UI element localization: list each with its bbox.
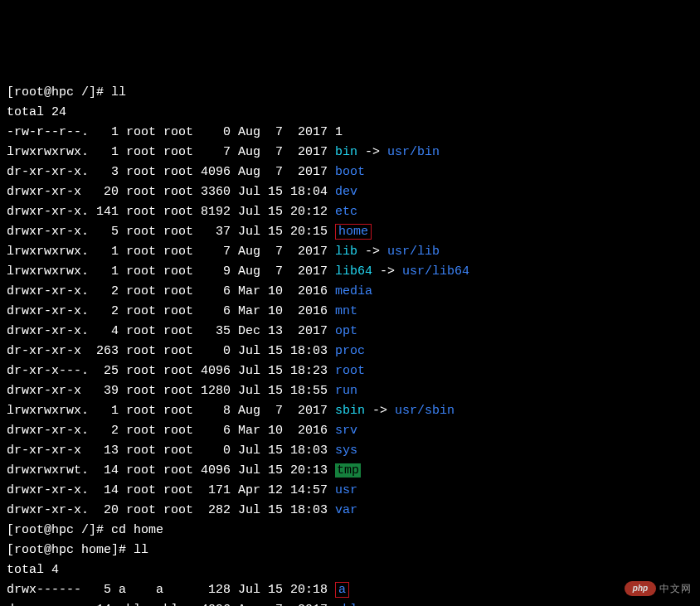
entry-sbin: sbin (335, 404, 365, 418)
watermark-text: 中文网 (659, 582, 692, 596)
listing-row: lrwxrwxrwx. 1 root root 9 Aug 7 2017 lib… (7, 262, 693, 282)
entry-proc: proc (335, 344, 365, 358)
listing-row: drwxr-xr-x. 20 root root 282 Jul 15 18:0… (7, 501, 693, 521)
entry-sys: sys (335, 444, 357, 458)
entry-usr: usr (335, 483, 357, 497)
listing-row: drwx------. 14 ckl ckl 4096 Aug 7 2017 c… (7, 600, 693, 606)
listing-row: dr-xr-xr-x 13 root root 0 Jul 15 18:03 s… (7, 441, 693, 461)
listing-row: drwxr-xr-x. 14 root root 171 Apr 12 14:5… (7, 481, 693, 501)
entry-a: a (335, 582, 349, 598)
entry-bin: bin (335, 145, 357, 159)
listing-row: -rw-r--r--. 1 root root 0 Aug 7 2017 1 (7, 123, 693, 143)
listing-row: drwxr-xr-x. 5 root root 37 Jul 15 20:15 … (7, 222, 693, 242)
total-line: total 24 (7, 103, 693, 123)
php-logo: php (625, 581, 656, 596)
entry-1: 1 (335, 125, 343, 139)
entry-run: run (335, 384, 357, 398)
entry-var: var (335, 503, 357, 517)
listing-row: drwxr-xr-x. 2 root root 6 Mar 10 2016 sr… (7, 421, 693, 441)
listing-row: dr-xr-xr-x 263 root root 0 Jul 15 18:03 … (7, 342, 693, 361)
listing-row: dr-xr-x---. 25 root root 4096 Jul 15 18:… (7, 361, 693, 381)
prompt-line: [root@hpc /]# cd home (7, 521, 693, 541)
listing-row: drwxr-xr-x. 2 root root 6 Mar 10 2016 me… (7, 282, 693, 302)
listing-row: lrwxrwxrwx. 1 root root 8 Aug 7 2017 sbi… (7, 401, 693, 421)
entry-dev: dev (335, 185, 357, 199)
entry-boot: boot (335, 165, 365, 179)
entry-srv: srv (335, 424, 357, 438)
terminal-output[interactable]: [root@hpc /]# lltotal 24-rw-r--r--. 1 ro… (7, 83, 693, 606)
watermark: php 中文网 (625, 581, 692, 596)
entry-opt: opt (335, 324, 357, 338)
listing-row: drwxr-xr-x 20 root root 3360 Jul 15 18:0… (7, 182, 693, 202)
listing-row: drwx------ 5 a a 128 Jul 15 20:18 a (7, 580, 693, 600)
listing-row: drwxr-xr-x. 2 root root 6 Mar 10 2016 mn… (7, 302, 693, 322)
entry-ckl: ckl (335, 603, 357, 606)
listing-row: lrwxrwxrwx. 1 root root 7 Aug 7 2017 lib… (7, 242, 693, 262)
total-line: total 4 (7, 560, 693, 580)
prompt-line: [root@hpc /]# ll (7, 83, 693, 103)
entry-root: root (335, 364, 365, 378)
listing-row: lrwxrwxrwx. 1 root root 7 Aug 7 2017 bin… (7, 143, 693, 162)
entry-lib: lib (335, 245, 357, 259)
listing-row: drwxr-xr-x 39 root root 1280 Jul 15 18:5… (7, 381, 693, 401)
entry-lib64: lib64 (335, 264, 372, 279)
entry-media: media (335, 284, 372, 298)
listing-row: dr-xr-xr-x. 3 root root 4096 Aug 7 2017 … (7, 162, 693, 182)
entry-etc: etc (335, 205, 357, 219)
prompt-line: [root@hpc home]# ll (7, 541, 693, 560)
entry-mnt: mnt (335, 304, 357, 318)
entry-tmp: tmp (335, 463, 361, 478)
listing-row: drwxrwxrwt. 14 root root 4096 Jul 15 20:… (7, 461, 693, 481)
entry-home: home (335, 224, 372, 240)
listing-row: drwxr-xr-x. 4 root root 35 Dec 13 2017 o… (7, 322, 693, 342)
listing-row: drwxr-xr-x. 141 root root 8192 Jul 15 20… (7, 202, 693, 222)
